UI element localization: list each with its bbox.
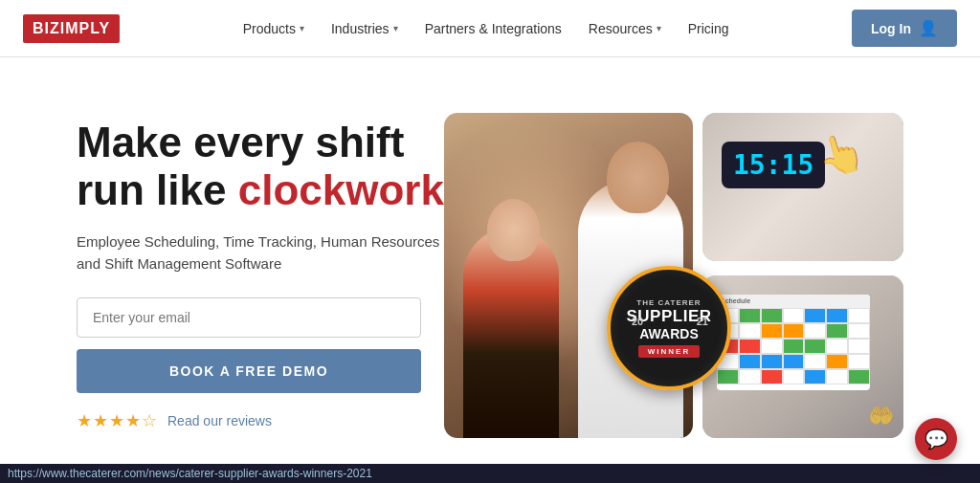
- chevron-down-icon: ▾: [300, 23, 304, 33]
- heading-highlight: clockwork: [238, 166, 444, 213]
- badge-top-text: THE CATERER: [636, 298, 701, 307]
- nav-label-products: Products: [243, 21, 296, 36]
- clock-image: 15:15 👆: [702, 113, 903, 261]
- nav-item-resources[interactable]: Resources ▾: [589, 21, 661, 36]
- user-icon: 👤: [919, 19, 938, 37]
- person-female: [463, 228, 559, 438]
- laptop-image: Schedule 🤲: [702, 275, 903, 438]
- status-bar: https://www.thecaterer.com/news/caterer-…: [0, 464, 980, 483]
- heading-line2: run like: [77, 166, 238, 213]
- badge-awards: AWARDS: [639, 326, 698, 341]
- nav-label-industries: Industries: [331, 21, 390, 36]
- nav-label-partners: Partners & Integrations: [425, 21, 562, 36]
- hero-images: THE CATERER 20 21 SUPPLIER AWARDS WINNER…: [444, 113, 903, 438]
- email-input[interactable]: [77, 297, 421, 338]
- badge-winner: WINNER: [638, 345, 700, 358]
- chat-button[interactable]: 💬: [915, 418, 957, 460]
- clock-display: 15:15: [722, 142, 825, 188]
- nav-item-partners[interactable]: Partners & Integrations: [425, 21, 562, 36]
- status-url: https://www.thecaterer.com/news/caterer-…: [8, 467, 372, 480]
- nav-label-pricing: Pricing: [688, 21, 729, 36]
- navbar: BIZIMPLY Products ▾ Industries ▾ Partner…: [0, 0, 980, 57]
- schedule-screen: Schedule: [717, 295, 870, 390]
- chat-icon: 💬: [924, 428, 948, 450]
- badge-year-right: 21: [697, 316, 708, 327]
- nav-item-pricing[interactable]: Pricing: [688, 21, 729, 36]
- star-rating: ★★★★☆: [77, 410, 158, 431]
- face-male: [607, 142, 669, 213]
- hands-typing-icon: 🤲: [868, 404, 894, 428]
- nav-label-resources: Resources: [589, 21, 653, 36]
- hero-heading: Make every shift run like clockwork: [77, 119, 444, 215]
- login-button[interactable]: Log In 👤: [852, 10, 957, 47]
- reviews-row: ★★★★☆ Read our reviews: [77, 410, 444, 431]
- cta-button[interactable]: BOOK A FREE DEMO: [77, 349, 421, 393]
- award-badge: THE CATERER 20 21 SUPPLIER AWARDS WINNER: [607, 266, 731, 390]
- logo[interactable]: BIZIMPLY: [23, 14, 120, 43]
- face-female: [487, 199, 540, 261]
- chevron-down-icon: ▾: [657, 23, 661, 33]
- nav-items: Products ▾ Industries ▾ Partners & Integ…: [243, 21, 729, 36]
- hero-section: Make every shift run like clockwork Empl…: [0, 57, 980, 483]
- chevron-down-icon: ▾: [393, 23, 398, 33]
- nav-item-products[interactable]: Products ▾: [243, 21, 304, 36]
- login-label: Log In: [871, 21, 911, 36]
- hero-left: Make every shift run like clockwork Empl…: [77, 119, 444, 432]
- heading-line1: Make every shift: [77, 119, 404, 165]
- badge-year-left: 20: [632, 316, 643, 327]
- nav-item-industries[interactable]: Industries ▾: [331, 21, 398, 36]
- reviews-link[interactable]: Read our reviews: [167, 413, 272, 428]
- hero-subtext: Employee Scheduling, Time Tracking, Huma…: [77, 231, 444, 275]
